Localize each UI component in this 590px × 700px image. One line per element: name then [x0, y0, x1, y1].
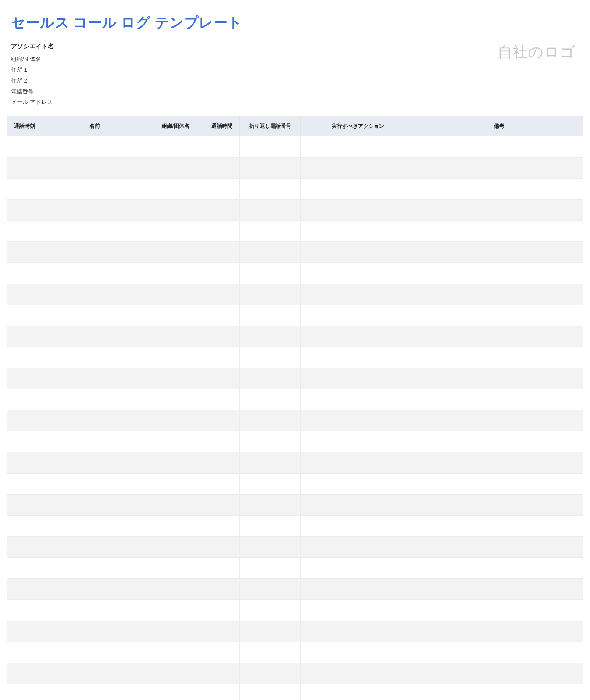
cell-org[interactable]	[147, 326, 204, 347]
cell-duration[interactable]	[204, 642, 240, 663]
cell-duration[interactable]	[204, 242, 240, 263]
cell-notes[interactable]	[415, 326, 583, 347]
cell-notes[interactable]	[415, 410, 583, 431]
cell-name[interactable]	[42, 431, 147, 452]
cell-time[interactable]	[7, 284, 42, 305]
cell-action[interactable]	[301, 474, 415, 495]
cell-action[interactable]	[301, 179, 415, 200]
cell-time[interactable]	[7, 305, 42, 326]
cell-name[interactable]	[42, 452, 147, 474]
cell-callback[interactable]	[240, 684, 301, 700]
cell-duration[interactable]	[204, 452, 240, 474]
cell-duration[interactable]	[204, 684, 240, 700]
cell-action[interactable]	[301, 684, 415, 700]
cell-org[interactable]	[147, 452, 204, 474]
cell-time[interactable]	[7, 158, 42, 179]
cell-org[interactable]	[147, 474, 204, 495]
cell-time[interactable]	[7, 242, 42, 263]
cell-time[interactable]	[7, 537, 42, 558]
cell-callback[interactable]	[240, 516, 301, 537]
cell-notes[interactable]	[415, 600, 583, 621]
cell-org[interactable]	[147, 663, 204, 684]
cell-org[interactable]	[147, 621, 204, 642]
cell-action[interactable]	[301, 200, 415, 221]
cell-callback[interactable]	[240, 495, 301, 516]
cell-callback[interactable]	[240, 537, 301, 558]
cell-time[interactable]	[7, 452, 42, 474]
cell-duration[interactable]	[204, 326, 240, 347]
cell-duration[interactable]	[204, 431, 240, 452]
cell-org[interactable]	[147, 305, 204, 326]
cell-name[interactable]	[42, 179, 147, 200]
cell-callback[interactable]	[240, 179, 301, 200]
cell-org[interactable]	[147, 431, 204, 452]
cell-duration[interactable]	[204, 136, 240, 158]
cell-name[interactable]	[42, 684, 147, 700]
cell-name[interactable]	[42, 516, 147, 537]
cell-duration[interactable]	[204, 495, 240, 516]
cell-callback[interactable]	[240, 600, 301, 621]
cell-org[interactable]	[147, 221, 204, 242]
cell-action[interactable]	[301, 431, 415, 452]
cell-callback[interactable]	[240, 263, 301, 284]
cell-notes[interactable]	[415, 347, 583, 368]
cell-name[interactable]	[42, 642, 147, 663]
cell-duration[interactable]	[204, 200, 240, 221]
cell-callback[interactable]	[240, 305, 301, 326]
cell-name[interactable]	[42, 389, 147, 410]
cell-duration[interactable]	[204, 221, 240, 242]
cell-name[interactable]	[42, 495, 147, 516]
cell-duration[interactable]	[204, 158, 240, 179]
cell-name[interactable]	[42, 200, 147, 221]
cell-action[interactable]	[301, 642, 415, 663]
cell-name[interactable]	[42, 347, 147, 368]
cell-name[interactable]	[42, 242, 147, 263]
cell-notes[interactable]	[415, 621, 583, 642]
cell-notes[interactable]	[415, 158, 583, 179]
cell-duration[interactable]	[204, 579, 240, 600]
cell-action[interactable]	[301, 305, 415, 326]
cell-name[interactable]	[42, 600, 147, 621]
cell-callback[interactable]	[240, 221, 301, 242]
cell-org[interactable]	[147, 684, 204, 700]
cell-name[interactable]	[42, 158, 147, 179]
cell-action[interactable]	[301, 600, 415, 621]
cell-name[interactable]	[42, 326, 147, 347]
cell-time[interactable]	[7, 326, 42, 347]
cell-duration[interactable]	[204, 474, 240, 495]
cell-action[interactable]	[301, 621, 415, 642]
cell-org[interactable]	[147, 495, 204, 516]
cell-action[interactable]	[301, 326, 415, 347]
cell-duration[interactable]	[204, 537, 240, 558]
cell-org[interactable]	[147, 537, 204, 558]
cell-name[interactable]	[42, 579, 147, 600]
cell-callback[interactable]	[240, 452, 301, 474]
cell-notes[interactable]	[415, 579, 583, 600]
cell-name[interactable]	[42, 136, 147, 158]
cell-notes[interactable]	[415, 305, 583, 326]
cell-callback[interactable]	[240, 284, 301, 305]
cell-notes[interactable]	[415, 537, 583, 558]
cell-duration[interactable]	[204, 558, 240, 579]
cell-org[interactable]	[147, 158, 204, 179]
cell-time[interactable]	[7, 495, 42, 516]
cell-name[interactable]	[42, 410, 147, 431]
cell-notes[interactable]	[415, 368, 583, 389]
cell-duration[interactable]	[204, 347, 240, 368]
cell-name[interactable]	[42, 621, 147, 642]
cell-org[interactable]	[147, 242, 204, 263]
cell-action[interactable]	[301, 221, 415, 242]
cell-action[interactable]	[301, 136, 415, 158]
cell-org[interactable]	[147, 200, 204, 221]
cell-name[interactable]	[42, 368, 147, 389]
cell-time[interactable]	[7, 347, 42, 368]
cell-time[interactable]	[7, 179, 42, 200]
cell-callback[interactable]	[240, 242, 301, 263]
cell-action[interactable]	[301, 368, 415, 389]
cell-callback[interactable]	[240, 558, 301, 579]
cell-time[interactable]	[7, 263, 42, 284]
cell-notes[interactable]	[415, 642, 583, 663]
cell-duration[interactable]	[204, 263, 240, 284]
cell-notes[interactable]	[415, 221, 583, 242]
cell-time[interactable]	[7, 663, 42, 684]
